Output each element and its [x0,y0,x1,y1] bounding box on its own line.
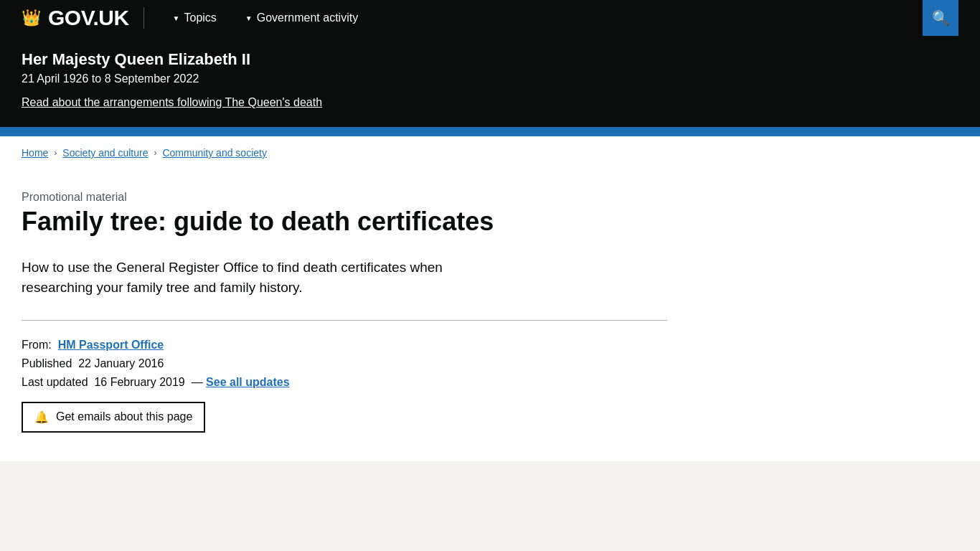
breadcrumb-chevron-1: › [54,148,57,158]
content-type-label: Promotional material [22,191,667,204]
get-emails-label: Get emails about this page [56,410,192,423]
logo-text: GOV.UK [48,6,129,30]
page-description: How to use the General Register Office t… [22,258,445,298]
crown-icon: 👑 [22,9,41,27]
page-content: Promotional material Family tree: guide … [0,169,689,461]
breadcrumb-community[interactable]: Community and society [162,147,267,159]
topics-label: Topics [184,11,217,24]
from-label: From: [22,339,52,351]
last-updated-label: Last updated [22,376,88,388]
main-nav: ▼ Topics ▼ Government activity [159,0,923,36]
published-date: 22 January 2016 [78,357,164,369]
gov-uk-logo[interactable]: 👑 GOV.UK [22,6,129,30]
from-org-link[interactable]: HM Passport Office [58,339,164,351]
site-header: 👑 GOV.UK ▼ Topics ▼ Government activity … [0,0,980,36]
main-wrapper: Home › Society and culture › Community a… [0,136,980,461]
search-icon: 🔍 [932,9,950,27]
memorial-link[interactable]: Read about the arrangements following Th… [22,96,322,108]
breadcrumb: Home › Society and culture › Community a… [22,147,958,159]
last-updated-meta: Last updated 16 February 2019 — See all … [22,376,667,389]
topics-nav-item[interactable]: ▼ Topics [159,0,231,36]
search-button[interactable]: 🔍 [923,0,958,36]
header-divider [143,7,144,29]
blue-accent-bar [0,131,980,136]
breadcrumb-chevron-2: › [154,148,156,158]
bell-icon: 🔔 [34,410,49,424]
memorial-title: Her Majesty Queen Elizabeth II [22,50,958,69]
page-title: Family tree: guide to death certificates [22,207,667,236]
breadcrumb-society[interactable]: Society and culture [62,147,148,159]
content-divider [22,320,667,321]
published-meta: Published 22 January 2016 [22,357,667,370]
topics-chevron-icon: ▼ [173,14,180,22]
gov-activity-chevron-icon: ▼ [245,14,253,22]
breadcrumb-section: Home › Society and culture › Community a… [0,136,980,169]
updates-separator: — [192,376,203,388]
gov-activity-nav-item[interactable]: ▼ Government activity [231,0,372,36]
get-emails-button[interactable]: 🔔 Get emails about this page [22,402,205,433]
see-all-updates-link[interactable]: See all updates [206,376,290,388]
last-updated-date: 16 February 2019 [94,376,184,388]
published-label: Published [22,357,72,369]
breadcrumb-home[interactable]: Home [22,147,48,159]
memorial-banner: Her Majesty Queen Elizabeth II 21 April … [0,36,980,131]
memorial-dates: 21 April 1926 to 8 September 2022 [22,72,958,85]
from-meta: From: HM Passport Office [22,339,667,352]
gov-activity-label: Government activity [257,11,358,24]
